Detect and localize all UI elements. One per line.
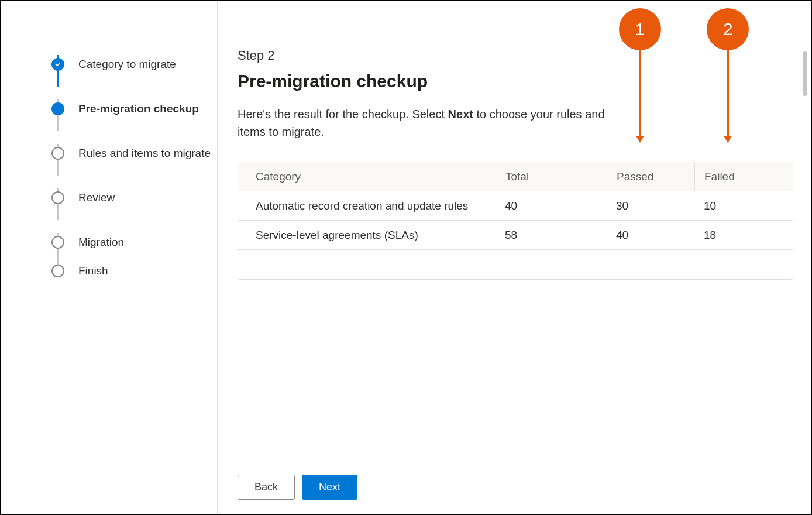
step-label: Category to migrate	[78, 58, 176, 71]
pending-step-icon	[51, 265, 64, 277]
step-category-to-migrate[interactable]: Category to migrate	[51, 42, 217, 87]
step-list: Category to migrate Pre-migration checku…	[51, 42, 217, 277]
cell-passed: 30	[607, 200, 694, 212]
step-migration[interactable]: Migration	[51, 220, 217, 265]
step-label: Rules and items to migrate	[78, 147, 211, 160]
cell-total: 40	[496, 200, 607, 212]
table-header: Category Total Passed Failed	[238, 162, 793, 191]
pending-step-icon	[51, 147, 64, 160]
cell-failed: 18	[694, 229, 776, 242]
header-total[interactable]: Total	[496, 162, 607, 191]
callout-badge: 1	[619, 8, 661, 50]
results-table: Category Total Passed Failed Automatic r…	[238, 162, 793, 280]
description: Here's the result for the checkup. Selec…	[238, 105, 612, 140]
cell-category: Service-level agreements (SLAs)	[238, 229, 496, 242]
step-label: Pre-migration checkup	[78, 102, 199, 115]
step-rules-and-items[interactable]: Rules and items to migrate	[51, 131, 217, 176]
next-button[interactable]: Next	[302, 475, 357, 500]
step-label: Review	[78, 191, 115, 204]
wizard-sidebar: Category to migrate Pre-migration checku…	[1, 1, 218, 514]
annotation-callout-1: 1	[619, 8, 661, 142]
table-spacer	[238, 250, 793, 279]
step-finish[interactable]: Finish	[51, 265, 217, 277]
step-label: Migration	[78, 236, 124, 249]
header-category[interactable]: Category	[238, 162, 496, 191]
cell-failed: 10	[694, 200, 776, 212]
current-step-icon	[51, 102, 64, 115]
step-label: Finish	[78, 265, 108, 277]
cell-passed: 40	[607, 229, 694, 242]
checkmark-icon	[51, 58, 64, 71]
callout-arrow-icon	[639, 50, 641, 142]
step-pre-migration-checkup[interactable]: Pre-migration checkup	[51, 87, 217, 131]
table-row[interactable]: Automatic record creation and update rul…	[238, 191, 793, 221]
pending-step-icon	[51, 191, 64, 204]
callout-arrow-icon	[727, 50, 729, 142]
back-button[interactable]: Back	[238, 475, 295, 500]
header-failed[interactable]: Failed	[694, 162, 776, 191]
pending-step-icon	[51, 236, 64, 249]
scrollbar[interactable]	[803, 52, 807, 96]
annotation-callout-2: 2	[707, 8, 749, 142]
footer-buttons: Back Next	[238, 475, 357, 500]
step-review[interactable]: Review	[51, 176, 217, 220]
header-passed[interactable]: Passed	[607, 162, 694, 191]
cell-category: Automatic record creation and update rul…	[238, 200, 496, 212]
callout-badge: 2	[707, 8, 749, 50]
table-row[interactable]: Service-level agreements (SLAs) 58 40 18	[238, 221, 793, 250]
cell-total: 58	[496, 229, 607, 242]
